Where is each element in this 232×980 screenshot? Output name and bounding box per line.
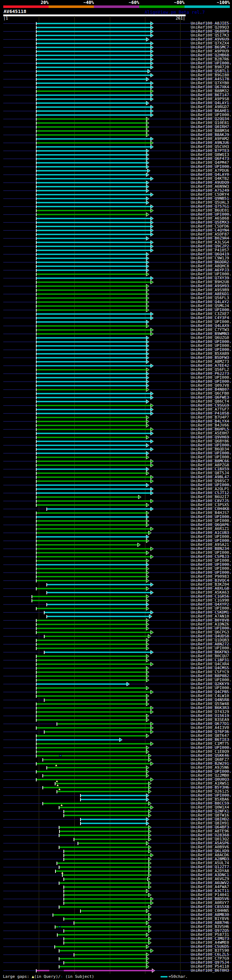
alignment-bar[interactable] [57,862,149,864]
alignment-bar[interactable] [36,528,151,530]
alignment-bar[interactable] [59,866,149,868]
alignment-bar[interactable] [36,445,147,446]
alignment-bar[interactable] [36,55,151,56]
alignment-bar[interactable] [36,437,147,438]
alignment-bar[interactable] [36,43,151,44]
alignment-bar[interactable] [36,178,151,180]
alignment-bar[interactable] [36,317,151,319]
alignment-bar[interactable] [47,584,151,585]
alignment-bar[interactable] [43,775,147,776]
alignment-bar[interactable] [36,743,151,745]
alignment-bar[interactable] [74,922,147,924]
alignment-bar[interactable] [36,377,147,379]
alignment-bar[interactable] [36,258,147,259]
alignment-bar[interactable] [36,473,147,474]
alignment-bar[interactable] [80,910,147,912]
alignment-bar[interactable] [36,301,147,303]
alignment-bar[interactable] [64,918,149,920]
alignment-bar[interactable] [36,282,151,283]
alignment-bar[interactable] [36,75,151,76]
alignment-bar[interactable] [36,234,151,235]
alignment-bar[interactable] [36,170,148,172]
alignment-bar[interactable] [36,78,147,80]
alignment-bar[interactable] [64,894,149,896]
alignment-bar[interactable] [36,107,151,108]
alignment-bar[interactable] [36,417,147,418]
alignment-bar[interactable] [36,644,147,645]
alignment-bar[interactable] [36,747,147,748]
alignment-bar[interactable] [36,341,147,343]
alignment-bar[interactable] [36,735,147,737]
alignment-bar[interactable] [59,835,149,836]
alignment-bar[interactable] [64,898,151,900]
alignment-bar[interactable] [36,751,147,752]
alignment-bar[interactable] [36,572,147,573]
alignment-bar[interactable] [59,830,149,832]
alignment-bar[interactable] [36,480,151,482]
alignment-bar[interactable] [36,321,147,323]
alignment-bar[interactable] [43,803,149,804]
alignment-bar[interactable] [36,520,147,522]
alignment-bar[interactable] [36,739,120,741]
alignment-bar[interactable] [36,663,151,665]
alignment-bar[interactable] [36,174,147,175]
alignment-bar[interactable] [36,166,147,167]
alignment-bar[interactable] [78,843,147,844]
alignment-bar[interactable] [59,966,147,967]
alignment-bar[interactable] [36,83,151,84]
alignment-bar[interactable] [36,35,151,36]
alignment-bar[interactable] [36,150,147,151]
alignment-bar[interactable] [36,345,147,347]
alignment-bar[interactable] [36,763,151,764]
alignment-bar[interactable] [36,254,147,255]
alignment-bar[interactable] [59,807,151,808]
alignment-bar[interactable] [36,99,151,100]
alignment-bar[interactable] [36,230,151,231]
alignment-bar[interactable] [36,59,151,60]
alignment-bar[interactable] [36,516,147,518]
alignment-bar[interactable] [59,950,151,951]
alignment-bar[interactable] [36,449,151,450]
alignment-bar[interactable] [47,767,147,768]
alignment-bar[interactable] [64,858,149,860]
alignment-bar[interactable] [80,799,147,800]
alignment-bar[interactable] [43,759,149,760]
alignment-bar[interactable] [59,906,149,908]
alignment-bar[interactable] [36,624,147,625]
alignment-bar[interactable] [36,576,147,578]
alignment-bar[interactable] [36,389,147,390]
alignment-bar[interactable] [36,405,151,406]
alignment-bar[interactable] [44,652,151,653]
alignment-bar[interactable] [36,632,151,633]
alignment-bar[interactable] [36,608,147,609]
alignment-bar[interactable] [36,102,147,104]
alignment-bar[interactable] [36,468,147,470]
alignment-bar[interactable] [80,795,147,796]
alignment-bar[interactable] [36,536,147,538]
alignment-bar[interactable] [36,218,151,219]
alignment-bar[interactable] [36,707,151,709]
alignment-bar[interactable] [36,679,147,681]
alignment-bar[interactable] [36,357,147,358]
alignment-bar[interactable] [36,238,147,239]
alignment-bar[interactable] [36,130,147,132]
alignment-bar[interactable] [36,771,147,772]
alignment-bar[interactable] [36,628,147,629]
alignment-bar[interactable] [36,277,151,279]
alignment-bar[interactable] [36,675,147,677]
alignment-bar[interactable] [36,285,147,287]
alignment-bar[interactable] [36,393,151,394]
alignment-bar[interactable] [55,946,147,947]
alignment-bar[interactable] [36,683,127,685]
alignment-bar[interactable] [36,182,147,183]
alignment-bar[interactable] [53,914,149,916]
alignment-bar[interactable] [36,122,147,124]
alignment-bar[interactable] [36,325,147,327]
alignment-bar[interactable] [55,783,149,784]
alignment-bar[interactable] [36,47,151,48]
alignment-bar[interactable] [36,262,147,263]
alignment-bar[interactable] [36,242,151,243]
alignment-bar[interactable] [64,811,149,812]
alignment-bar[interactable] [47,592,151,593]
alignment-bar[interactable] [36,687,147,689]
